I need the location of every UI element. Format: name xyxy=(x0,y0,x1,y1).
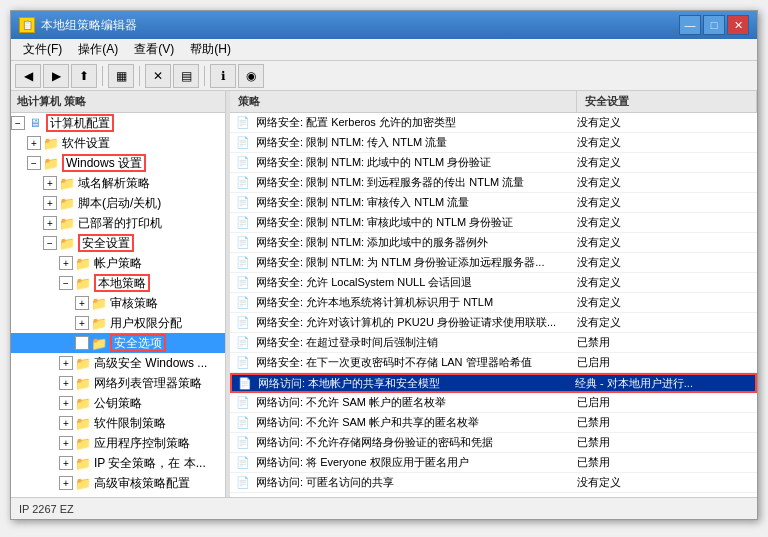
tree-item-dns-policy[interactable]: +📁域名解析策略 xyxy=(11,173,225,193)
menu-file[interactable]: 文件(F) xyxy=(15,39,70,60)
policy-row-icon: 📄 xyxy=(234,294,252,312)
back-button[interactable]: ◀ xyxy=(15,64,41,88)
policy-name: 网络安全: 限制 NTLM: 传入 NTLM 流量 xyxy=(256,135,577,150)
policy-row[interactable]: 📄网络安全: 限制 NTLM: 添加此域中的服务器例外没有定义 xyxy=(230,233,757,253)
main-window: 📋 本地组策略编辑器 — □ ✕ 文件(F) 操作(A) 查看(V) 帮助(H)… xyxy=(10,10,758,520)
tree-expand-network-list[interactable]: + xyxy=(59,376,73,390)
policy-row-icon: 📄 xyxy=(234,154,252,172)
tree-item-local-policy[interactable]: −📁本地策略 xyxy=(11,273,225,293)
tree-label-advanced-security: 高级安全 Windows ... xyxy=(94,355,207,372)
policy-value: 没有定义 xyxy=(577,315,757,330)
tree-expand-public-key[interactable]: + xyxy=(59,396,73,410)
tree-item-network-list[interactable]: +📁网络列表管理器策略 xyxy=(11,373,225,393)
tree-item-advanced-security[interactable]: +📁高级安全 Windows ... xyxy=(11,353,225,373)
policy-row[interactable]: 📄网络安全: 允许对该计算机的 PKU2U 身份验证请求使用联联...没有定义 xyxy=(230,313,757,333)
policy-row[interactable]: 📄网络安全: 在下一次更改密码时不存储 LAN 管理器哈希值已启用 xyxy=(230,353,757,373)
tree-expand-dns-policy[interactable]: + xyxy=(43,176,57,190)
tree-item-app-control[interactable]: +📁应用程序控制策略 xyxy=(11,433,225,453)
tree-expand-software-settings[interactable]: + xyxy=(27,136,41,150)
tree-expand-startup-scripts[interactable]: + xyxy=(43,196,57,210)
policy-name: 网络访问: 可匿名访问的共享 xyxy=(256,475,577,490)
export-button[interactable]: ◉ xyxy=(238,64,264,88)
tree-item-security-options[interactable]: +📁安全选项 xyxy=(11,333,225,353)
policy-row[interactable]: 📄网络安全: 配置 Kerberos 允许的加密类型没有定义 xyxy=(230,113,757,133)
tree-item-user-rights[interactable]: +📁用户权限分配 xyxy=(11,313,225,333)
close-button[interactable]: ✕ xyxy=(727,15,749,35)
maximize-button[interactable]: □ xyxy=(703,15,725,35)
tree-item-audit-policy[interactable]: +📁审核策略 xyxy=(11,293,225,313)
tree-item-startup-scripts[interactable]: +📁脚本(启动/关机) xyxy=(11,193,225,213)
tree-label-user-rights: 用户权限分配 xyxy=(110,315,182,332)
help-button[interactable]: ℹ xyxy=(210,64,236,88)
tree-item-computer-config[interactable]: −🖥计算机配置 xyxy=(11,113,225,133)
tree-expand-advanced-audit[interactable]: + xyxy=(59,476,73,490)
up-button[interactable]: ⬆ xyxy=(71,64,97,88)
tree-expand-user-rights[interactable]: + xyxy=(75,316,89,330)
tree-expand-advanced-security[interactable]: + xyxy=(59,356,73,370)
menu-help[interactable]: 帮助(H) xyxy=(182,39,239,60)
tree-expand-app-control[interactable]: + xyxy=(59,436,73,450)
minimize-button[interactable]: — xyxy=(679,15,701,35)
tree-item-software-settings[interactable]: +📁软件设置 xyxy=(11,133,225,153)
tree-expand-audit-policy[interactable]: + xyxy=(75,296,89,310)
tree-expand-computer-config[interactable]: − xyxy=(11,116,25,130)
policy-row[interactable]: 📄网络访问: 将 Everyone 权限应用于匿名用户已禁用 xyxy=(230,453,757,473)
tree-item-deployed-printers[interactable]: +📁已部署的打印机 xyxy=(11,213,225,233)
tree-item-ip-security[interactable]: +📁IP 安全策略，在 本... xyxy=(11,453,225,473)
tree-expand-local-policy[interactable]: − xyxy=(59,276,73,290)
policy-list[interactable]: 📄网络安全: 配置 Kerberos 允许的加密类型没有定义📄网络安全: 限制 … xyxy=(230,113,757,497)
show-hide-button[interactable]: ▦ xyxy=(108,64,134,88)
policy-row[interactable]: 📄网络访问: 可匿名访问的共享没有定义 xyxy=(230,473,757,493)
tree-expand-deployed-printers[interactable]: + xyxy=(43,216,57,230)
policy-row[interactable]: 📄网络访问: 本地帐户的共享和安全模型经典 - 对本地用户进行... xyxy=(230,373,757,393)
policy-row[interactable]: 📄网络安全: 限制 NTLM: 到远程服务器的传出 NTLM 流量没有定义 xyxy=(230,173,757,193)
policy-row[interactable]: 📄网络安全: 限制 NTLM: 审核传入 NTLM 流量没有定义 xyxy=(230,193,757,213)
tree-container[interactable]: −🖥计算机配置+📁软件设置−📁Windows 设置+📁域名解析策略+📁脚本(启动… xyxy=(11,113,225,497)
policy-value: 已禁用 xyxy=(577,435,757,450)
policy-name: 网络安全: 允许 LocalSystem NULL 会话回退 xyxy=(256,275,577,290)
col-header-policy[interactable]: 策略 xyxy=(230,91,577,112)
policy-row-icon: 📄 xyxy=(234,314,252,332)
policy-row[interactable]: 📄网络安全: 限制 NTLM: 传入 NTLM 流量没有定义 xyxy=(230,133,757,153)
policy-row[interactable]: 📄网络访问: 不允许 SAM 帐户的匿名枚举已启用 xyxy=(230,393,757,413)
tree-item-public-key[interactable]: +📁公钥策略 xyxy=(11,393,225,413)
tree-label-network-list: 网络列表管理器策略 xyxy=(94,375,202,392)
policy-row[interactable]: 📄网络安全: 限制 NTLM: 审核此域中的 NTLM 身份验证没有定义 xyxy=(230,213,757,233)
properties-button[interactable]: ▤ xyxy=(173,64,199,88)
tree-expand-security-settings[interactable]: − xyxy=(43,236,57,250)
policy-value: 已禁用 xyxy=(577,415,757,430)
tree-expand-security-options[interactable]: + xyxy=(75,336,89,350)
policy-row[interactable]: 📄网络安全: 限制 NTLM: 此域中的 NTLM 身份验证没有定义 xyxy=(230,153,757,173)
window-title: 本地组策略编辑器 xyxy=(41,17,137,34)
tree-expand-software-restriction[interactable]: + xyxy=(59,416,73,430)
tree-expand-windows-settings[interactable]: − xyxy=(27,156,41,170)
title-bar-left: 📋 本地组策略编辑器 xyxy=(19,17,137,34)
folder-icon-software-restriction: 📁 xyxy=(75,415,91,431)
col-header-security[interactable]: 安全设置 xyxy=(577,91,757,112)
tree-label-security-options: 安全选项 xyxy=(110,335,166,352)
policy-row[interactable]: 📄网络安全: 限制 NTLM: 为 NTLM 身份验证添加远程服务器...没有定… xyxy=(230,253,757,273)
delete-button[interactable]: ✕ xyxy=(145,64,171,88)
tree-item-security-settings[interactable]: −📁安全设置 xyxy=(11,233,225,253)
tree-expand-ip-security[interactable]: + xyxy=(59,456,73,470)
policy-row[interactable]: 📄网络安全: 允许本地系统将计算机标识用于 NTLM没有定义 xyxy=(230,293,757,313)
tree-expand-account-policy[interactable]: + xyxy=(59,256,73,270)
policy-row[interactable]: 📄网络访问: 不允许存储网络身份验证的密码和凭据已禁用 xyxy=(230,433,757,453)
tree-label-windows-settings: Windows 设置 xyxy=(62,155,146,172)
menu-view[interactable]: 查看(V) xyxy=(126,39,182,60)
policy-row[interactable]: 📄网络访问: 不允许 SAM 帐户和共享的匿名枚举已禁用 xyxy=(230,413,757,433)
tree-label-account-policy: 帐户策略 xyxy=(94,255,142,272)
forward-button[interactable]: ▶ xyxy=(43,64,69,88)
policy-row[interactable]: 📄网络安全: 允许 LocalSystem NULL 会话回退没有定义 xyxy=(230,273,757,293)
tree-label-app-control: 应用程序控制策略 xyxy=(94,435,190,452)
tree-item-software-restriction[interactable]: +📁软件限制策略 xyxy=(11,413,225,433)
title-bar-controls: — □ ✕ xyxy=(679,15,749,35)
tree-item-account-policy[interactable]: +📁帐户策略 xyxy=(11,253,225,273)
policy-row-icon: 📄 xyxy=(234,234,252,252)
tree-item-advanced-audit[interactable]: +📁高级审核策略配置 xyxy=(11,473,225,493)
folder-icon-network-list: 📁 xyxy=(75,375,91,391)
tree-item-windows-settings[interactable]: −📁Windows 设置 xyxy=(11,153,225,173)
tree-label-ip-security: IP 安全策略，在 本... xyxy=(94,455,206,472)
menu-action[interactable]: 操作(A) xyxy=(70,39,126,60)
policy-row[interactable]: 📄网络安全: 在超过登录时间后强制注销已禁用 xyxy=(230,333,757,353)
